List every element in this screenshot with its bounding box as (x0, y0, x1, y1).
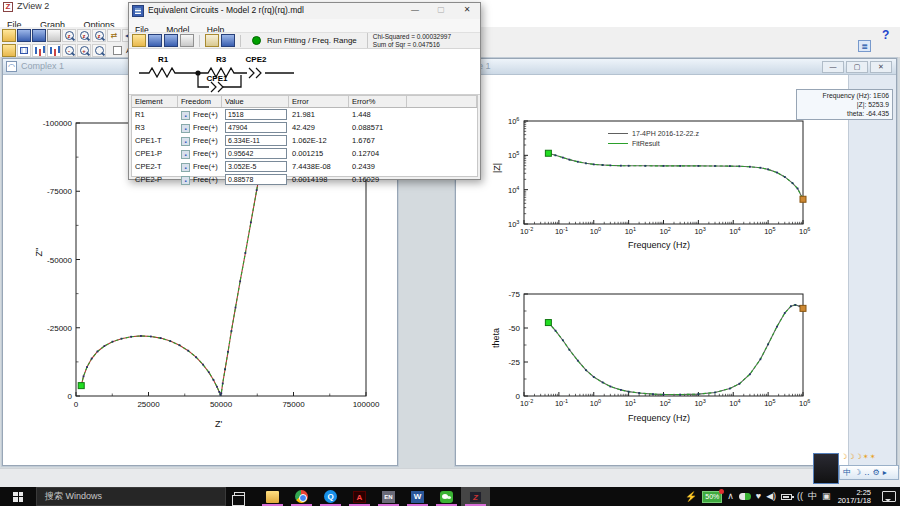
error-value: 42.429 (289, 123, 349, 132)
all-files-checkbox[interactable] (113, 46, 122, 55)
freedom-dropdown-button[interactable] (181, 163, 190, 172)
graph-type-2-button[interactable] (47, 44, 61, 57)
taskbar: 搜索 Windows QAENWZ ⚡ 50% ∧ ♥ ◀) (​( 中 ▣ 2… (0, 487, 900, 506)
svg-text:-50000: -50000 (47, 256, 72, 265)
cursor-info-box: Frequency (Hz): 1E06 |Z|: 5253.9 theta: … (796, 89, 893, 120)
dialog-maximize-button[interactable]: ▢ (429, 4, 453, 17)
export-data-button[interactable] (2, 44, 16, 57)
dialog-minimize-button[interactable]: — (403, 4, 427, 17)
taskbar-search[interactable]: 搜索 Windows (36, 487, 226, 506)
save-as-button[interactable] (32, 29, 46, 42)
dialog-print-button[interactable] (180, 34, 194, 47)
data-table-button[interactable] (17, 44, 31, 57)
dialog-save-as-button[interactable] (164, 34, 178, 47)
taskbar-app-wechat[interactable] (432, 487, 461, 506)
help-icon[interactable]: ? (882, 28, 896, 42)
freedom-value[interactable]: Free(+) (193, 162, 218, 171)
freedom-dropdown-button[interactable] (181, 111, 190, 120)
dialog-close-button[interactable]: ✕ (455, 4, 479, 17)
tray-expand-icon[interactable]: ∧ (727, 487, 734, 506)
freedom-value[interactable]: Free(+) (193, 175, 218, 184)
dialog-toolbar: Run Fitting / Freq. Range Chi-Squared = … (129, 32, 480, 49)
table-row: R3Free(+)4790442.4290.088571 (132, 121, 477, 134)
ime-mode-icon[interactable]: 中 (808, 487, 817, 506)
zoom-in-button[interactable]: + (77, 44, 91, 57)
freedom-value[interactable]: Free(+) (193, 123, 218, 132)
value-input[interactable]: 0.95642 (225, 148, 287, 159)
taskbar-app-chrome[interactable] (287, 487, 316, 506)
save-button[interactable] (17, 29, 31, 42)
ime-moon-icon[interactable]: ☽ (854, 466, 861, 479)
svg-text:102: 102 (660, 226, 671, 236)
swap-axes-button[interactable]: ⇄ (107, 29, 121, 42)
freedom-dropdown-button[interactable] (181, 176, 190, 185)
network-icon[interactable]: (​( (797, 487, 803, 506)
value-input[interactable]: 6.334E-11 (225, 135, 287, 146)
freedom-dropdown-button[interactable] (181, 124, 190, 133)
print-button[interactable] (47, 29, 61, 42)
freedom-value[interactable]: Free(+) (193, 149, 218, 158)
bode-maximize-button[interactable]: ▢ (846, 61, 868, 73)
dialog-edit-model-button[interactable] (205, 34, 219, 47)
power-plug-icon[interactable]: ⚡ (685, 487, 697, 506)
volume-icon[interactable]: ◀) (766, 487, 776, 506)
run-fitting-button[interactable]: Run Fitting / Freq. Range (267, 36, 357, 45)
taskbar-app-file-explorer[interactable] (258, 487, 287, 506)
graph-type-1-button[interactable] (32, 44, 46, 57)
task-view-button[interactable] (226, 487, 252, 506)
zmod-xlabel: Frequency (Hz) (628, 240, 690, 250)
bode-window-titlebar[interactable]: ◠ Bode 1 — ▢ ✕ (456, 59, 896, 75)
svg-text:0: 0 (74, 400, 79, 409)
start-button[interactable] (0, 487, 36, 506)
bode-close-button[interactable]: ✕ (870, 61, 892, 73)
value-input[interactable]: 47904 (225, 122, 287, 133)
table-header-value: Value (222, 96, 289, 107)
table-row: R1Free(+)151821.9811.448 (132, 108, 477, 121)
taskbar-clock[interactable]: 2:25 2017/1/18 (836, 489, 873, 505)
value-input[interactable]: 1518 (225, 109, 287, 120)
svg-text:100: 100 (590, 226, 601, 236)
zoom-data-3-button[interactable]: z (92, 29, 106, 42)
value-input[interactable]: 3.052E-5 (225, 161, 287, 172)
taskbar-app-acrobat[interactable]: A (345, 487, 374, 506)
taskbar-app-zview[interactable]: Z (461, 487, 490, 506)
dialog-open-button[interactable] (132, 34, 146, 47)
freedom-dropdown-button[interactable] (181, 150, 190, 159)
svg-text:-25000: -25000 (47, 324, 72, 333)
ime-keyboard-icon[interactable]: ▸ (883, 466, 887, 479)
freedom-dropdown-button[interactable] (181, 137, 190, 146)
dialog-save-button[interactable] (148, 34, 162, 47)
zoom-fit-button[interactable] (92, 44, 106, 57)
open-file-button[interactable] (2, 29, 16, 42)
bode-minimize-button[interactable]: — (822, 61, 844, 73)
circuit-diagram[interactable]: R1 R3 CPE1 CPE2 (129, 49, 480, 95)
bode-scroll-strip[interactable] (848, 75, 896, 465)
zoom-out-button[interactable]: - (62, 44, 76, 57)
freedom-value[interactable]: Free(+) (193, 110, 218, 119)
battery-percent-badge[interactable]: 50% (702, 491, 722, 503)
windows-logo-icon (13, 492, 23, 502)
ime-dots-icon[interactable]: ‥ (864, 466, 869, 479)
ime-tool-icon[interactable]: ▣ (822, 487, 831, 506)
ime-settings-icon[interactable]: ⚙ (873, 466, 880, 479)
circuit-label-r1: R1 (158, 55, 169, 64)
taskbar-app-endnote[interactable]: EN (374, 487, 403, 506)
svg-text:104: 104 (729, 398, 740, 408)
dialog-titlebar[interactable]: Equivalent Circuits - Model 2 r(rq)(rq).… (129, 3, 480, 19)
taskbar-app-qq-browser[interactable]: Q (316, 487, 345, 506)
freedom-value[interactable]: Free(+) (193, 136, 218, 145)
wechat-tray-icon[interactable] (739, 493, 751, 500)
zoom-data-1-button[interactable]: z (62, 29, 76, 42)
dialog-save-results-button[interactable] (221, 34, 235, 47)
ime-lang-icon[interactable]: 中 (843, 466, 851, 479)
svg-text:101: 101 (625, 226, 636, 236)
taskbar-app-word[interactable]: W (403, 487, 432, 506)
error-value: 1.062E-12 (289, 136, 349, 145)
zoom-data-2-button[interactable]: z (77, 29, 91, 42)
graph-options-icon[interactable]: ≣ (858, 40, 871, 52)
defender-icon[interactable]: ♥ (756, 487, 761, 506)
dialog-title: Equivalent Circuits - Model 2 r(rq)(rq).… (148, 5, 304, 15)
action-center-icon[interactable] (882, 491, 896, 502)
value-input[interactable]: 0.88578 (225, 174, 287, 185)
battery-icon[interactable] (781, 494, 792, 500)
